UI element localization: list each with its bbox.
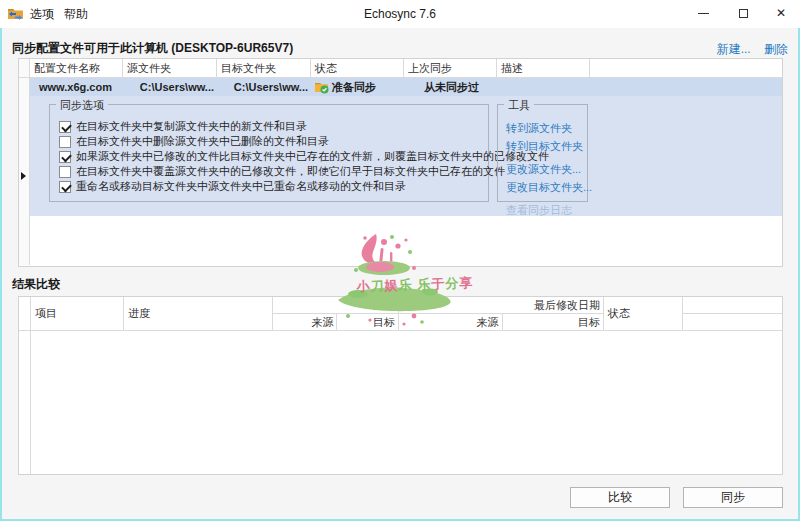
delete-profile-link[interactable]: 删除 bbox=[764, 42, 788, 56]
col-progress[interactable]: 进度 bbox=[124, 297, 273, 330]
detail-body: 同步选项 在目标文件夹中复制源文件夹中的新文件和目录 在目标文件夹中删除源文件夹… bbox=[30, 96, 782, 216]
link-change-target-folder[interactable]: 更改目标文件夹... bbox=[506, 180, 592, 195]
profile-name-cell: www.x6g.com bbox=[30, 78, 123, 96]
sync-option-label: 在目标文件夹中删除源文件夹中已删除的文件和目录 bbox=[76, 134, 329, 149]
checkbox-delete-removed[interactable] bbox=[59, 136, 71, 148]
profile-row[interactable]: www.x6g.com C:\Users\ww... C:\Users\ww..… bbox=[19, 78, 782, 96]
sync-option-row: 重命名或移动目标文件夹中源文件夹中已重命名或移动的文件和目录 bbox=[59, 179, 484, 194]
profile-empty-cell bbox=[590, 78, 782, 96]
filler-gutter bbox=[19, 216, 30, 265]
sync-option-row: 在目标文件夹中覆盖源文件夹中的已修改文件，即使它们早于目标文件夹中已存在的文件 bbox=[59, 164, 484, 179]
col-size-source[interactable]: 来源 bbox=[273, 314, 337, 330]
echosync-window: 选项 帮助 Echosync 7.6 ✕ 同步配置文件可用于此计算机 (DESK… bbox=[0, 0, 800, 521]
results-table: 项目 进度 大小 来源 目标 最后修改日期 来源 目标 状态 bbox=[18, 296, 783, 475]
sync-option-label: 重命名或移动目标文件夹中源文件夹中已重命名或移动的文件和目录 bbox=[76, 179, 406, 194]
col-empty bbox=[590, 59, 782, 77]
sync-option-label: 如果源文件夹中已修改的文件比目标文件夹中已存在的文件新，则覆盖目标文件夹中的已修… bbox=[76, 149, 549, 164]
window-title: Echosync 7.6 bbox=[300, 0, 500, 28]
col-modified-target[interactable]: 目标 bbox=[503, 314, 604, 330]
profile-source-cell: C:\Users\ww... bbox=[123, 78, 217, 96]
checkbox-copy-new[interactable] bbox=[59, 121, 71, 133]
tools-links: 转到源文件夹 转到目标文件夹 更改源文件夹... 更改目标文件夹... 查看同步… bbox=[506, 121, 592, 221]
tools-group: 工具 转到源文件夹 转到目标文件夹 更改源文件夹... 更改目标文件夹... 查… bbox=[497, 104, 588, 202]
minimize-button[interactable] bbox=[686, 0, 720, 26]
profiles-empty-area bbox=[19, 216, 782, 265]
col-item[interactable]: 项目 bbox=[31, 297, 124, 330]
close-button[interactable]: ✕ bbox=[764, 0, 798, 26]
profile-status-cell: 准备同步 bbox=[311, 78, 404, 96]
empty-group-cell bbox=[683, 297, 782, 314]
profiles-header-row: 配置文件名称 源文件夹 目标文件夹 状态 上次同步 描述 bbox=[19, 59, 782, 78]
sync-option-label: 在目标文件夹中覆盖源文件夹中的已修改文件，即使它们早于目标文件夹中已存在的文件 bbox=[76, 164, 505, 179]
col-modified-source[interactable]: 来源 bbox=[399, 314, 503, 330]
col-group-modified: 最后修改日期 来源 目标 bbox=[399, 297, 604, 330]
col-group-size: 大小 来源 目标 bbox=[273, 297, 399, 330]
checkbox-rename-move[interactable] bbox=[59, 181, 71, 193]
close-icon: ✕ bbox=[776, 7, 786, 19]
profile-description-cell bbox=[497, 78, 590, 96]
compare-button[interactable]: 比较 bbox=[570, 487, 670, 508]
profiles-section-title: 同步配置文件可用于此计算机 (DESKTOP-6UR65V7) bbox=[12, 40, 293, 57]
maximize-icon bbox=[739, 9, 748, 18]
tools-title: 工具 bbox=[504, 98, 534, 113]
checkbox-overwrite-newer[interactable] bbox=[59, 151, 71, 163]
menu-help[interactable]: 帮助 bbox=[55, 0, 97, 28]
sync-button[interactable]: 同步 bbox=[683, 487, 783, 508]
new-profile-link[interactable]: 新建... bbox=[717, 42, 751, 56]
col-result-status[interactable]: 状态 bbox=[604, 297, 683, 330]
row-gutter-cell bbox=[19, 78, 30, 96]
sync-option-label: 在目标文件夹中复制源文件夹中的新文件和目录 bbox=[76, 119, 307, 134]
results-section-title: 结果比较 bbox=[12, 276, 60, 293]
col-result-empty bbox=[683, 297, 782, 330]
folder-check-icon bbox=[315, 81, 329, 94]
profile-detail-panel: 同步选项 在目标文件夹中复制源文件夹中的新文件和目录 在目标文件夹中删除源文件夹… bbox=[19, 96, 782, 216]
link-change-source-folder[interactable]: 更改源文件夹... bbox=[506, 162, 592, 177]
minimize-icon bbox=[698, 13, 709, 14]
selected-row-arrow-icon bbox=[21, 172, 26, 180]
profile-status-label: 准备同步 bbox=[332, 78, 376, 96]
results-gutter-header bbox=[19, 297, 31, 330]
checkbox-overwrite-older[interactable] bbox=[59, 166, 71, 178]
maximize-button[interactable] bbox=[726, 0, 760, 26]
col-size-target[interactable]: 目标 bbox=[337, 314, 398, 330]
col-description[interactable]: 描述 bbox=[497, 59, 590, 77]
link-goto-target-folder[interactable]: 转到目标文件夹 bbox=[506, 139, 592, 154]
col-target-folder[interactable]: 目标文件夹 bbox=[217, 59, 311, 77]
filler-body bbox=[30, 216, 782, 265]
col-modified-date[interactable]: 最后修改日期 bbox=[399, 297, 603, 314]
profiles-table: 配置文件名称 源文件夹 目标文件夹 状态 上次同步 描述 www.x6g.com… bbox=[18, 58, 783, 267]
sync-options-list: 在目标文件夹中复制源文件夹中的新文件和目录 在目标文件夹中删除源文件夹中已删除的… bbox=[59, 119, 484, 194]
link-view-sync-log: 查看同步日志 bbox=[506, 203, 592, 218]
detail-gutter bbox=[19, 96, 30, 216]
profiles-actions: 新建... 删除 bbox=[707, 41, 788, 58]
link-goto-source-folder[interactable]: 转到源文件夹 bbox=[506, 121, 592, 136]
col-status[interactable]: 状态 bbox=[311, 59, 404, 77]
gutter-header-cell bbox=[19, 59, 30, 77]
col-last-sync[interactable]: 上次同步 bbox=[404, 59, 497, 77]
col-profile-name[interactable]: 配置文件名称 bbox=[30, 59, 123, 77]
profile-target-cell: C:\Users\ww... bbox=[217, 78, 311, 96]
sync-option-row: 如果源文件夹中已修改的文件比目标文件夹中已存在的文件新，则覆盖目标文件夹中的已修… bbox=[59, 149, 484, 164]
col-source-folder[interactable]: 源文件夹 bbox=[123, 59, 217, 77]
sync-options-title: 同步选项 bbox=[56, 98, 108, 113]
results-body-area bbox=[31, 331, 782, 474]
sync-option-row: 在目标文件夹中删除源文件夹中已删除的文件和目录 bbox=[59, 134, 484, 149]
sync-option-row: 在目标文件夹中复制源文件夹中的新文件和目录 bbox=[59, 119, 484, 134]
results-body-gutter bbox=[19, 331, 31, 474]
col-size[interactable]: 大小 bbox=[273, 297, 398, 314]
sync-options-group: 同步选项 在目标文件夹中复制源文件夹中的新文件和目录 在目标文件夹中删除源文件夹… bbox=[49, 104, 489, 202]
results-header: 项目 进度 大小 来源 目标 最后修改日期 来源 目标 状态 bbox=[19, 297, 782, 331]
results-body bbox=[19, 331, 782, 474]
title-bar: 选项 帮助 Echosync 7.6 ✕ bbox=[0, 0, 800, 28]
profile-last-sync-cell: 从未同步过 bbox=[404, 78, 497, 96]
watermark-text: 小刀娱乐 乐于分享 bbox=[350, 274, 481, 297]
